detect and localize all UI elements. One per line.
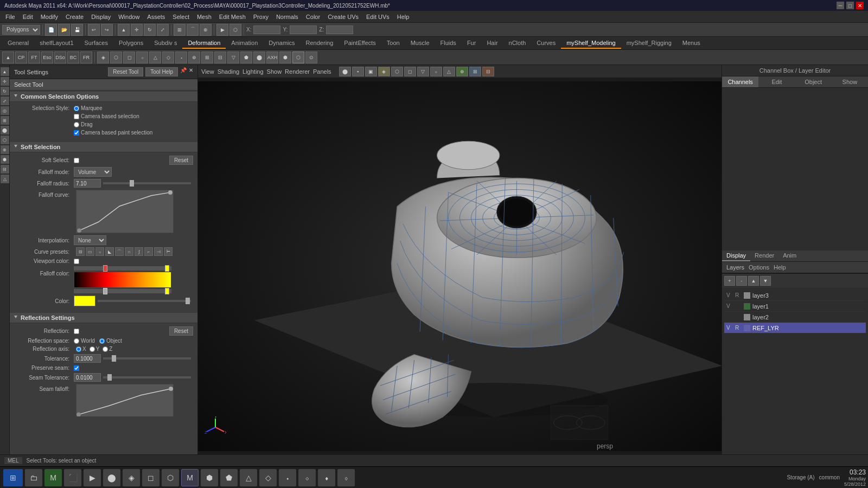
taskbar-icon-maya[interactable]: M bbox=[181, 469, 199, 486]
marquee-radio-label[interactable]: Marquee bbox=[74, 105, 102, 111]
vp-show[interactable]: Show bbox=[267, 68, 282, 75]
vp-btn-3[interactable]: ▣ bbox=[365, 67, 377, 76]
color-slider[interactable] bbox=[98, 300, 191, 302]
shelf-btn-10[interactable]: ◻ bbox=[123, 52, 135, 63]
vp-panels[interactable]: Panels bbox=[313, 68, 331, 75]
tab-painteffects[interactable]: PaintEffects bbox=[339, 38, 381, 49]
menu-normals[interactable]: Normals bbox=[273, 12, 302, 21]
snap-curve-btn[interactable]: ⌒ bbox=[187, 24, 199, 36]
soft-select-checkbox[interactable] bbox=[74, 158, 79, 163]
preset-8[interactable]: ⌐ bbox=[144, 247, 153, 256]
menu-mesh[interactable]: Mesh bbox=[194, 12, 215, 21]
layer-up-btn[interactable]: ▲ bbox=[748, 276, 759, 286]
shelf-btn-14[interactable]: ⬩ bbox=[175, 52, 187, 63]
z-input[interactable] bbox=[326, 25, 353, 34]
tab-deformation[interactable]: Deformation bbox=[182, 38, 226, 49]
vp-view[interactable]: View bbox=[201, 68, 214, 75]
menu-edit-mesh[interactable]: Edit Mesh bbox=[216, 12, 249, 21]
preserve-seam-checkbox[interactable] bbox=[74, 365, 79, 371]
object-radio-label[interactable]: Object bbox=[99, 338, 122, 344]
attract-icon[interactable]: ⬡ bbox=[1, 136, 9, 144]
ipr-btn[interactable]: ⬡ bbox=[229, 24, 241, 36]
menu-assets[interactable]: Assets bbox=[144, 12, 168, 21]
reflection-reset-btn[interactable]: Reset bbox=[169, 326, 193, 336]
drag-radio[interactable] bbox=[74, 122, 79, 127]
viewport-3d[interactable]: View Shading Lighting Show Renderer Pane… bbox=[198, 65, 722, 454]
preset-1[interactable]: ⊟ bbox=[76, 247, 85, 256]
tolerance-slider[interactable] bbox=[103, 357, 191, 359]
menu-create-uvs[interactable]: Create UVs bbox=[324, 12, 362, 21]
shelf-btn-23[interactable]: ⬡ bbox=[292, 52, 304, 63]
menu-edit-uvs[interactable]: Edit UVs bbox=[363, 12, 393, 21]
world-radio[interactable] bbox=[74, 338, 79, 344]
tab-fluids[interactable]: Fluids bbox=[435, 38, 462, 49]
grid-icon[interactable]: ⊟ bbox=[1, 165, 9, 174]
vp-renderer[interactable]: Renderer bbox=[285, 68, 310, 75]
layer-row-ref-lyr[interactable]: V R REF_LYR bbox=[724, 323, 866, 333]
taskbar-icon-7[interactable]: ◻ bbox=[142, 469, 159, 486]
rotate-icon[interactable]: ↻ bbox=[1, 87, 9, 95]
scale-icon[interactable]: ⤢ bbox=[1, 97, 9, 105]
camera-paint-checkbox[interactable] bbox=[74, 130, 79, 136]
shelf-btn-5[interactable]: DSo bbox=[54, 52, 66, 63]
taskbar-icon-9[interactable]: ⬢ bbox=[201, 469, 218, 486]
menu-file[interactable]: File bbox=[2, 12, 18, 21]
falloff-color-gradient[interactable] bbox=[74, 272, 171, 288]
move-icon[interactable]: ✛ bbox=[1, 77, 9, 86]
tab-toon[interactable]: Toon bbox=[381, 38, 405, 49]
layer3-r[interactable]: R bbox=[735, 292, 742, 298]
mode-dropdown[interactable]: Polygons bbox=[2, 25, 40, 35]
object-radio[interactable] bbox=[99, 338, 105, 344]
layers-btn[interactable]: Layers bbox=[724, 263, 746, 272]
reflection-checkbox[interactable] bbox=[74, 329, 79, 334]
render-tab[interactable]: Render bbox=[750, 251, 778, 261]
shelf-btn-13[interactable]: ◇ bbox=[162, 52, 174, 63]
taskbar-icon-13[interactable]: ⬩ bbox=[279, 469, 296, 486]
preset-5[interactable]: ⌒ bbox=[115, 247, 124, 256]
layer-row-layer3[interactable]: V R layer3 bbox=[724, 290, 866, 301]
gradient-bottom-right[interactable] bbox=[165, 288, 169, 294]
show-icon[interactable]: △ bbox=[1, 175, 9, 183]
tab-muscle[interactable]: Muscle bbox=[405, 38, 435, 49]
show-tab[interactable]: Show bbox=[832, 76, 868, 87]
select-icon[interactable]: ▲ bbox=[1, 67, 9, 76]
taskbar-icon-12[interactable]: ◇ bbox=[259, 469, 277, 486]
paint-icon[interactable]: ⬤ bbox=[1, 126, 9, 134]
vp-btn-5[interactable]: ⬡ bbox=[391, 67, 403, 76]
lattice-icon[interactable]: ⊞ bbox=[1, 116, 9, 125]
tab-myshelf-rigging[interactable]: myShelf_Rigging bbox=[621, 38, 677, 49]
y-input[interactable] bbox=[290, 25, 317, 34]
close-btn[interactable]: ✕ bbox=[856, 2, 864, 9]
shelf-btn-7[interactable]: FR bbox=[80, 52, 92, 63]
options-btn[interactable]: Options bbox=[746, 263, 771, 272]
layer-remove-btn[interactable]: - bbox=[736, 276, 747, 286]
shelf-btn-8[interactable]: ◈ bbox=[97, 52, 109, 63]
menu-window[interactable]: Window bbox=[115, 12, 143, 21]
reflyr-vis[interactable]: V bbox=[726, 325, 733, 331]
preset-3[interactable]: ⬦ bbox=[95, 247, 104, 256]
gradient-bottom-handle[interactable] bbox=[103, 288, 107, 294]
shelf-btn-3[interactable]: FT bbox=[28, 52, 40, 63]
shelf-btn-20[interactable]: ⬤ bbox=[253, 52, 265, 63]
vp-btn-4[interactable]: ◈ bbox=[378, 67, 390, 76]
vp-btn-9[interactable]: △ bbox=[443, 67, 455, 76]
scale-btn[interactable]: ⤢ bbox=[157, 24, 169, 36]
z-axis-radio[interactable] bbox=[103, 346, 108, 352]
taskbar-icon-15[interactable]: ⬧ bbox=[318, 469, 335, 486]
rotate-btn[interactable]: ↻ bbox=[144, 24, 156, 36]
shelf-btn-2[interactable]: CP bbox=[15, 52, 27, 63]
shelf-btn-24[interactable]: ⊙ bbox=[305, 52, 317, 63]
soft-reset-btn[interactable]: Reset bbox=[169, 156, 193, 165]
start-button[interactable]: ⊞ bbox=[3, 469, 23, 486]
tab-fur[interactable]: Fur bbox=[462, 38, 482, 49]
vp-btn-1[interactable]: ⬤ bbox=[339, 67, 351, 76]
taskbar-icon-4[interactable]: ▶ bbox=[84, 469, 101, 486]
vp-btn-6[interactable]: ◻ bbox=[404, 67, 416, 76]
vp-shading[interactable]: Shading bbox=[218, 68, 239, 75]
menu-select[interactable]: Select bbox=[169, 12, 193, 21]
taskbar-icon-14[interactable]: ⬦ bbox=[298, 469, 316, 486]
menu-help[interactable]: Help bbox=[394, 12, 413, 21]
taskbar-icon-11[interactable]: △ bbox=[240, 469, 257, 486]
menu-proxy[interactable]: Proxy bbox=[250, 12, 272, 21]
anim-tab[interactable]: Anim bbox=[778, 251, 801, 261]
